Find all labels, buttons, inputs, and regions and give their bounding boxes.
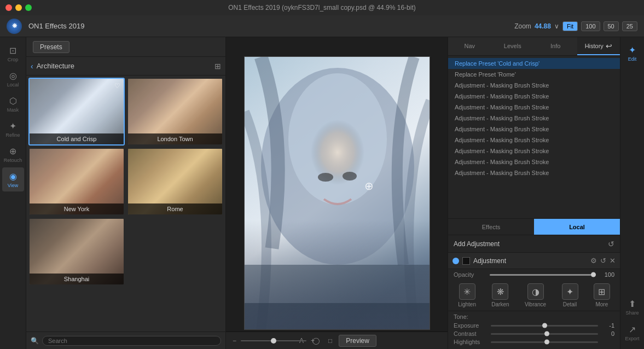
vibrance-label: Vibrance	[525, 301, 546, 307]
opacity-slider-thumb	[591, 272, 596, 277]
preset-london-town[interactable]: London Town	[127, 78, 223, 146]
svg-rect-7	[245, 303, 430, 330]
zoom-value[interactable]: 44.88	[535, 22, 551, 30]
history-item-8[interactable]: Adjustment - Masking Brush Stroke	[448, 146, 620, 156]
history-item-7[interactable]: Adjustment - Masking Brush Stroke	[448, 135, 620, 146]
tab-levels[interactable]: Levels	[491, 37, 535, 55]
zoom-label: Zoom	[514, 22, 531, 30]
zoom-dropdown-icon[interactable]: ∨	[554, 22, 559, 30]
add-adjustment-button[interactable]: Add Adjustment	[454, 240, 500, 248]
history-item-5[interactable]: Adjustment - Masking Brush Stroke	[448, 113, 620, 124]
tab-local[interactable]: Local	[534, 219, 620, 235]
history-item-6[interactable]: Adjustment - Masking Brush Stroke	[448, 124, 620, 135]
effect-btn-darken[interactable]: ❋ Darken	[491, 283, 509, 307]
effect-local-tabs: Effects Local	[448, 219, 620, 235]
tool-retouch[interactable]: ⊕ Retouch	[2, 142, 24, 166]
zoom-fit-button[interactable]: Fit	[562, 21, 578, 31]
tool-crop[interactable]: ⊡ Crop	[2, 42, 24, 66]
far-right-share[interactable]: ⬆ Share	[622, 295, 643, 319]
tab-nav[interactable]: Nav	[448, 37, 491, 55]
adjustment-color-swatch[interactable]	[462, 257, 470, 265]
history-item-3[interactable]: Adjustment - Masking Brush Stroke	[448, 91, 620, 102]
share-label: Share	[625, 310, 639, 316]
adjustment-active-dot[interactable]	[452, 258, 459, 264]
zoom-100-button[interactable]: 100	[581, 21, 600, 31]
presets-panel: Presets ‹ Architecture ⊞ ♡ Cold and Cris…	[26, 37, 226, 349]
contrast-slider[interactable]	[491, 333, 598, 335]
history-reset-icon: ↩	[606, 42, 612, 50]
tab-history[interactable]: History ↩	[577, 37, 620, 55]
canvas-toolbar-left: − +	[230, 336, 317, 346]
contrast-thumb	[544, 331, 549, 336]
maximize-button[interactable]	[25, 4, 32, 11]
highlights-slider[interactable]	[491, 341, 598, 343]
adjustment-settings-icon[interactable]: ⚙	[590, 257, 597, 265]
right-bottom-section: Effects Local Add Adjustment ↺ Adjustmen…	[448, 218, 620, 349]
tab-info[interactable]: Info	[534, 37, 577, 55]
preset-shanghai-label: Shanghai	[30, 274, 124, 284]
exposure-slider[interactable]	[491, 325, 598, 327]
canvas-toolbar: − + A ◯ □ Preview	[226, 331, 448, 349]
tool-refine[interactable]: ✦ Refine	[2, 117, 24, 141]
history-item-10[interactable]: Adjustment - Masking Brush Stroke	[448, 167, 620, 178]
tab-effects[interactable]: Effects	[448, 219, 534, 235]
breadcrumb-category: Architecture	[37, 62, 211, 70]
svg-rect-6	[245, 265, 430, 330]
effect-btn-vibrance[interactable]: ◑ Vibrance	[525, 283, 546, 307]
tool-local[interactable]: ◎ Local	[2, 67, 24, 91]
contrast-row: Contrast 0	[454, 330, 614, 337]
adjustment-reset-icon[interactable]: ↺	[600, 257, 606, 265]
vibrance-icon: ◑	[527, 283, 544, 300]
minimize-button[interactable]	[15, 4, 22, 11]
zoom-25-button[interactable]: 25	[622, 21, 637, 31]
presets-tab-button[interactable]: Presets	[33, 41, 69, 53]
effect-btn-more[interactable]: ⊞ More	[594, 283, 610, 307]
grid-toggle-button[interactable]: ⊞	[214, 62, 221, 71]
tool-view[interactable]: ◉ View	[2, 167, 24, 191]
export-label: Export	[625, 336, 639, 341]
preset-rome[interactable]: Rome	[127, 148, 223, 216]
right-panel: Nav Levels Info History ↩ Replace Preset…	[448, 37, 620, 349]
effect-btn-lighten[interactable]: ✳ Lighten	[458, 283, 476, 307]
svg-point-5	[343, 172, 357, 181]
effect-btn-detail[interactable]: ✦ Detail	[562, 283, 578, 307]
app-logo: ❋	[7, 19, 22, 34]
reset-adjustment-icon[interactable]: ↺	[608, 240, 614, 248]
far-right-export[interactable]: ↗ Export	[622, 321, 643, 345]
preview-button[interactable]: Preview	[339, 335, 376, 347]
close-button[interactable]	[5, 4, 12, 11]
canvas-zoom-in-btn[interactable]: +	[309, 336, 317, 346]
breadcrumb-back-button[interactable]: ‹	[31, 62, 33, 71]
far-right-edit[interactable]: ✦ Edit	[622, 42, 643, 65]
darken-icon: ❋	[492, 283, 508, 300]
zoom-section: Zoom 44.88 ∨ Fit 100 50 25	[514, 21, 637, 31]
tool-refine-label: Refine	[5, 132, 20, 138]
export-icon: ↗	[629, 324, 636, 335]
canvas-area: ⊕ − + A ◯ □ Preview	[226, 37, 448, 349]
contrast-value: 0	[601, 330, 614, 337]
canvas-tool-rect[interactable]: □	[326, 336, 334, 346]
preset-shanghai[interactable]: Shanghai	[28, 218, 125, 286]
canvas-zoom-out-btn[interactable]: −	[230, 336, 239, 346]
zoom-slider[interactable]	[241, 340, 306, 341]
zoom-50-button[interactable]: 50	[604, 21, 619, 31]
tool-crop-label: Crop	[8, 57, 19, 62]
zoom-slider-thumb	[271, 338, 276, 344]
adjustment-close-icon[interactable]: ✕	[610, 257, 616, 265]
history-item-2[interactable]: Adjustment - Masking Brush Stroke	[448, 80, 620, 91]
history-item-0[interactable]: Replace Preset 'Cold and Crisp'	[448, 58, 620, 69]
preset-new-york[interactable]: New York	[28, 148, 125, 216]
edit-icon: ✦	[629, 45, 636, 55]
preset-cold-crisp[interactable]: ♡ Cold and Crisp	[28, 78, 125, 146]
history-item-1[interactable]: Replace Preset 'Rome'	[448, 69, 620, 80]
contrast-label: Contrast	[454, 330, 488, 337]
opacity-slider[interactable]	[490, 274, 596, 276]
tool-mask[interactable]: ⬡ Mask	[2, 92, 24, 116]
tone-section: Tone: Exposure -1 Contrast	[448, 311, 620, 349]
retouch-icon: ⊕	[9, 146, 16, 156]
history-item-4[interactable]: Adjustment - Masking Brush Stroke	[448, 102, 620, 113]
detail-label: Detail	[563, 301, 577, 307]
search-bar: 🔍	[26, 331, 225, 349]
history-item-9[interactable]: Adjustment - Masking Brush Stroke	[448, 156, 620, 167]
search-input[interactable]	[42, 336, 221, 346]
